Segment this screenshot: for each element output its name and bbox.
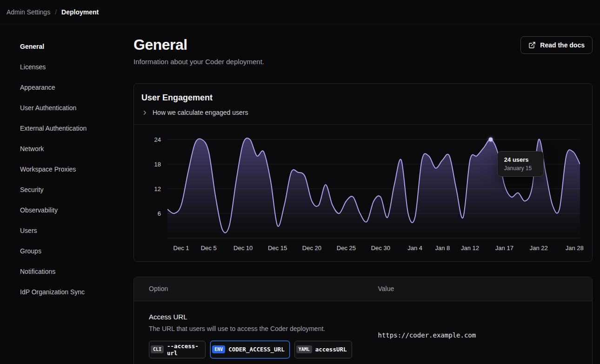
badge-kind-label: YAML bbox=[296, 345, 312, 353]
sidebar-item-user-authentication[interactable]: User Authentication bbox=[0, 98, 133, 118]
x-tick-label: Jan 22 bbox=[530, 245, 548, 251]
y-tick-label: 12 bbox=[154, 185, 161, 192]
x-tick-label: Dec 25 bbox=[337, 245, 356, 251]
sidebar-item-licenses[interactable]: Licenses bbox=[0, 57, 133, 77]
x-tick-label: Dec 30 bbox=[371, 245, 390, 251]
breadcrumb-current: Deployment bbox=[61, 8, 99, 16]
page-header: General Information about your Coder dep… bbox=[133, 36, 593, 66]
sidebar-item-idp-organization-sync[interactable]: IdP Organization Sync bbox=[0, 282, 133, 302]
app-root: Admin Settings / Deployment GeneralLicen… bbox=[0, 0, 600, 364]
chart-tooltip: 24 users January 15 bbox=[497, 151, 544, 177]
x-tick-label: Dec 1 bbox=[173, 245, 189, 251]
x-tick-label: Dec 10 bbox=[233, 245, 253, 251]
badge-cli[interactable]: CLI--access-url bbox=[149, 341, 206, 358]
y-tick-label: 24 bbox=[154, 136, 161, 143]
x-tick-label: Jan 12 bbox=[461, 245, 479, 251]
x-tick-label: Dec 20 bbox=[302, 245, 321, 251]
x-tick-label: Jan 8 bbox=[435, 245, 450, 251]
table-row-access-url: Access URL The URL that users will use t… bbox=[134, 301, 592, 364]
external-link-icon bbox=[528, 41, 536, 49]
options-table: Option Value Access URL The URL that use… bbox=[133, 277, 593, 364]
highlight-dot bbox=[488, 137, 493, 141]
sidebar-item-security[interactable]: Security bbox=[0, 179, 133, 200]
x-tick-label: Jan 4 bbox=[407, 245, 422, 251]
tooltip-value: 24 users bbox=[504, 156, 537, 163]
page-title: General bbox=[133, 36, 264, 53]
sidebar-item-observability[interactable]: Observability bbox=[0, 200, 133, 220]
sidebar-item-notifications[interactable]: Notifications bbox=[0, 261, 133, 282]
engagement-collapse-toggle[interactable]: How we calculate engaged users bbox=[141, 109, 248, 116]
badge-code: --access-url bbox=[167, 343, 200, 357]
read-docs-label: Read the docs bbox=[540, 41, 585, 49]
chevron-right-icon bbox=[141, 109, 148, 116]
sidebar-item-appearance[interactable]: Appearance bbox=[0, 77, 133, 98]
x-tick-label: Jan 17 bbox=[495, 245, 513, 251]
option-name: Access URL bbox=[149, 313, 352, 321]
tooltip-date: January 15 bbox=[504, 165, 537, 172]
option-value: https://coder.example.com bbox=[378, 331, 476, 339]
column-header-option: Option bbox=[134, 285, 363, 292]
sidebar-item-general[interactable]: General bbox=[0, 36, 133, 57]
sidebar-item-network[interactable]: Network bbox=[0, 139, 133, 159]
sidebar-item-external-authentication[interactable]: External Authentication bbox=[0, 118, 133, 139]
option-description: The URL that users will use to access th… bbox=[149, 325, 352, 332]
main-content: General Information about your Coder dep… bbox=[133, 24, 600, 364]
settings-sidebar: GeneralLicensesAppearanceUser Authentica… bbox=[0, 24, 133, 364]
y-tick-label: 18 bbox=[154, 160, 161, 167]
sidebar-item-users[interactable]: Users bbox=[0, 220, 133, 241]
breadcrumb-separator: / bbox=[55, 8, 57, 16]
y-axis: 2418126 bbox=[141, 132, 167, 240]
user-engagement-card: User Engagement How we calculate engaged… bbox=[133, 83, 593, 262]
badge-code: CODER_ACCESS_URL bbox=[228, 346, 284, 353]
sidebar-item-groups[interactable]: Groups bbox=[0, 241, 133, 261]
badge-yaml[interactable]: YAMLaccessURL bbox=[294, 341, 352, 358]
sidebar-item-workspace-proxies[interactable]: Workspace Proxies bbox=[0, 159, 133, 179]
badge-env[interactable]: ENVCODER_ACCESS_URL bbox=[210, 341, 289, 358]
option-badges: CLI--access-urlENVCODER_ACCESS_URLYAMLac… bbox=[149, 341, 352, 358]
engagement-plot[interactable]: 24 users January 15 bbox=[167, 132, 580, 240]
column-header-value: Value bbox=[363, 285, 593, 292]
engagement-collapse-label: How we calculate engaged users bbox=[153, 109, 248, 116]
x-tick-label: Jan 28 bbox=[566, 245, 584, 251]
engagement-card-header: User Engagement How we calculate engaged… bbox=[134, 84, 592, 125]
engagement-chart: 2418126 24 users January 15 Dec 1Dec 5De… bbox=[134, 125, 592, 261]
badge-code: accessURL bbox=[315, 346, 347, 353]
badge-kind-label: ENV bbox=[212, 345, 225, 353]
x-tick-label: Dec 15 bbox=[268, 245, 287, 251]
x-tick-label: Dec 5 bbox=[201, 245, 217, 251]
breadcrumb: Admin Settings / Deployment bbox=[0, 0, 600, 24]
engagement-title: User Engagement bbox=[141, 93, 585, 103]
x-axis: Dec 1Dec 5Dec 10Dec 15Dec 20Dec 25Dec 30… bbox=[167, 245, 580, 255]
read-docs-button[interactable]: Read the docs bbox=[520, 36, 593, 54]
page-subtitle: Information about your Coder deployment. bbox=[133, 58, 264, 66]
breadcrumb-admin-settings[interactable]: Admin Settings bbox=[7, 8, 50, 16]
options-table-header: Option Value bbox=[134, 277, 592, 301]
y-tick-label: 6 bbox=[158, 210, 161, 217]
badge-kind-label: CLI bbox=[151, 345, 164, 353]
